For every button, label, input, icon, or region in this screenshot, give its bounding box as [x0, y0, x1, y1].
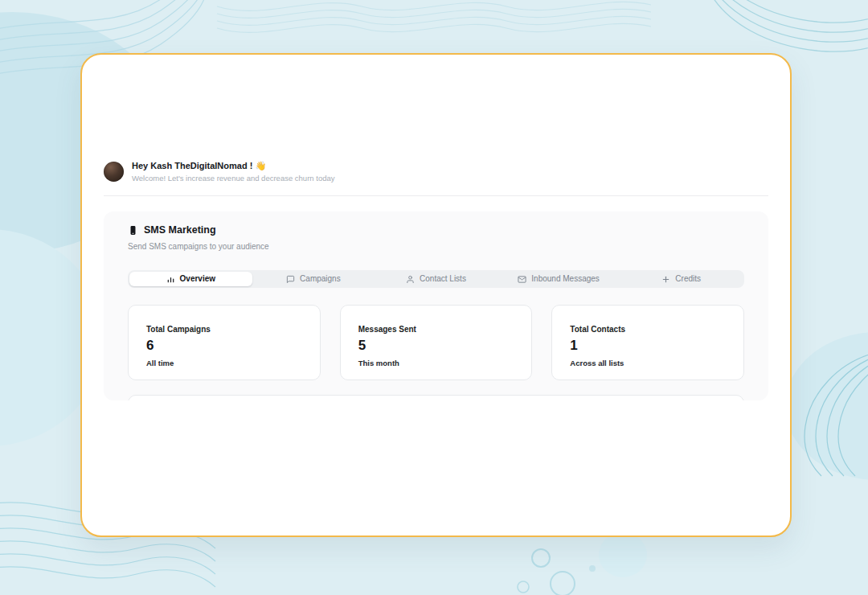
tab-campaigns[interactable]: Campaigns	[252, 272, 375, 286]
greeting-subtitle: Welcome! Let's increase revenue and decr…	[132, 174, 334, 183]
user-icon	[406, 275, 415, 284]
partial-card	[128, 395, 744, 400]
message-square-icon	[286, 275, 295, 284]
greeting-title: Hey Kash TheDigitalNomad ! 👋	[132, 161, 334, 171]
stat-label: Messages Sent	[358, 325, 514, 334]
bar-chart-icon	[166, 275, 175, 284]
panel-subtitle: Send SMS campaigns to your audience	[128, 242, 744, 251]
stat-value: 6	[146, 339, 302, 353]
sms-tabbar: Overview Campaigns Contact Lists	[128, 270, 744, 288]
stat-label: Total Campaigns	[146, 325, 302, 334]
stat-value: 1	[570, 339, 726, 353]
sms-marketing-panel: SMS Marketing Send SMS campaigns to your…	[104, 211, 768, 400]
plus-icon	[661, 275, 670, 284]
tab-inbound-messages[interactable]: Inbound Messages	[497, 272, 620, 286]
tab-contact-lists[interactable]: Contact Lists	[375, 272, 497, 286]
stat-label: Total Contacts	[570, 325, 726, 334]
stat-caption: All time	[146, 359, 302, 367]
greeting-header: Hey Kash TheDigitalNomad ! 👋 Welcome! Le…	[104, 161, 768, 183]
tab-label: Credits	[675, 275, 701, 283]
stat-card-total-campaigns: Total Campaigns 6 All time	[128, 305, 321, 380]
tab-label: Overview	[180, 275, 215, 283]
stats-row: Total Campaigns 6 All time Messages Sent…	[128, 305, 744, 380]
stat-caption: Across all lists	[570, 359, 726, 367]
tab-label: Inbound Messages	[531, 275, 600, 283]
tab-label: Contact Lists	[420, 275, 466, 283]
phone-icon	[128, 225, 138, 236]
stat-card-messages-sent: Messages Sent 5 This month	[340, 305, 533, 380]
header-divider	[104, 195, 768, 196]
stat-caption: This month	[358, 359, 514, 367]
stat-card-total-contacts: Total Contacts 1 Across all lists	[551, 305, 744, 380]
tab-label: Campaigns	[300, 275, 341, 283]
user-avatar	[104, 162, 124, 182]
panel-title: SMS Marketing	[144, 224, 216, 236]
mail-icon	[518, 275, 526, 284]
stat-value: 5	[358, 339, 514, 353]
tab-credits[interactable]: Credits	[620, 272, 743, 286]
app-window: Hey Kash TheDigitalNomad ! 👋 Welcome! Le…	[80, 53, 792, 537]
tab-overview[interactable]: Overview	[129, 272, 252, 286]
